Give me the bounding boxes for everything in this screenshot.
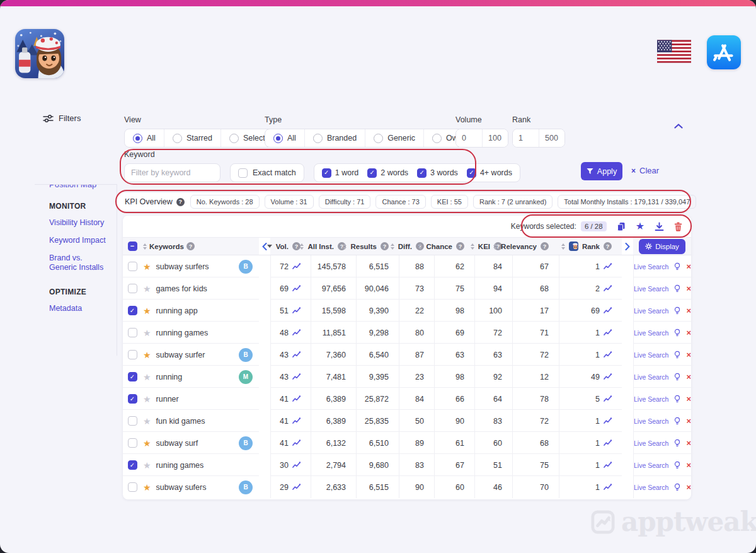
column-header-relevancy[interactable]: Relevancy? xyxy=(512,238,559,255)
lightbulb-icon[interactable] xyxy=(674,350,680,359)
clear-button[interactable]: × Clear xyxy=(631,166,659,175)
type-radio-option[interactable]: Generic xyxy=(365,129,423,147)
display-columns-button[interactable]: Display xyxy=(639,239,685,254)
star-icon[interactable]: ★ xyxy=(143,439,151,448)
star-icon[interactable]: ★ xyxy=(143,262,151,271)
column-header-rank[interactable]: Rank? xyxy=(559,238,622,255)
trend-chart-icon[interactable] xyxy=(604,307,612,314)
trend-chart-icon[interactable] xyxy=(292,351,301,358)
lightbulb-icon[interactable] xyxy=(674,306,680,315)
rank-min-input[interactable] xyxy=(513,129,539,147)
remove-keyword-icon[interactable]: × xyxy=(686,329,691,337)
row-checkbox[interactable] xyxy=(128,460,137,470)
remove-keyword-icon[interactable]: × xyxy=(686,306,691,315)
row-checkbox[interactable] xyxy=(128,438,137,448)
scroll-columns-right-chevron[interactable] xyxy=(622,238,633,255)
trend-chart-icon[interactable] xyxy=(292,484,301,491)
live-search-link[interactable]: Live Search xyxy=(634,439,668,447)
lightbulb-icon[interactable] xyxy=(674,328,680,337)
trend-chart-icon[interactable] xyxy=(292,462,301,469)
trend-chart-icon[interactable] xyxy=(604,417,612,424)
lightbulb-icon[interactable] xyxy=(674,394,680,404)
row-checkbox[interactable] xyxy=(128,306,137,315)
star-icon[interactable]: ★ xyxy=(143,284,151,293)
help-icon[interactable]: ? xyxy=(456,242,464,250)
lightbulb-icon[interactable] xyxy=(674,438,680,448)
row-checkbox[interactable] xyxy=(128,416,137,426)
live-search-link[interactable]: Live Search xyxy=(634,329,668,337)
star-icon[interactable]: ★ xyxy=(143,461,151,470)
trend-chart-icon[interactable] xyxy=(604,484,612,491)
keyword-search-input[interactable] xyxy=(124,163,220,182)
apply-button[interactable]: Apply xyxy=(581,162,622,180)
star-icon[interactable]: ★ xyxy=(143,417,151,426)
remove-keyword-icon[interactable]: × xyxy=(686,439,691,447)
trend-chart-icon[interactable] xyxy=(292,373,301,380)
star-icon[interactable]: ★ xyxy=(143,373,151,381)
lightbulb-icon[interactable] xyxy=(674,416,680,426)
live-search-link[interactable]: Live Search xyxy=(634,395,668,403)
column-header-chance[interactable]: Chance? xyxy=(434,238,474,255)
type-radio-option[interactable]: Branded xyxy=(304,129,365,147)
live-search-link[interactable]: Live Search xyxy=(634,484,668,491)
star-icon[interactable]: ★ xyxy=(143,351,151,359)
view-radio-option[interactable]: Starred xyxy=(164,129,220,147)
word-length-checkbox[interactable]: 3 words xyxy=(417,168,458,178)
remove-keyword-icon[interactable]: × xyxy=(686,483,691,491)
star-icon[interactable]: ★ xyxy=(143,329,151,337)
help-icon[interactable]: ? xyxy=(176,198,185,206)
column-header-all-inst[interactable]: All Inst.? xyxy=(311,238,356,255)
trend-chart-icon[interactable] xyxy=(292,285,301,292)
row-checkbox[interactable] xyxy=(128,482,137,492)
word-length-checkbox[interactable]: 4+ words xyxy=(467,168,512,178)
remove-keyword-icon[interactable]: × xyxy=(686,284,691,293)
remove-keyword-icon[interactable]: × xyxy=(686,351,691,359)
trend-chart-icon[interactable] xyxy=(292,263,301,270)
remove-keyword-icon[interactable]: × xyxy=(686,373,691,381)
trend-chart-icon[interactable] xyxy=(604,351,612,358)
star-selected-icon[interactable]: ★ xyxy=(636,221,644,231)
sidebar-item[interactable]: Metadata xyxy=(49,304,110,313)
row-checkbox[interactable] xyxy=(128,394,137,404)
app-store-icon[interactable] xyxy=(707,35,741,69)
row-checkbox[interactable] xyxy=(128,350,137,359)
volume-max-input[interactable] xyxy=(482,129,508,147)
live-search-link[interactable]: Live Search xyxy=(634,285,668,293)
live-search-link[interactable]: Live Search xyxy=(634,462,668,469)
view-radio-option[interactable]: All xyxy=(125,129,164,147)
trend-chart-icon[interactable] xyxy=(604,462,612,469)
column-header-keywords[interactable]: Keywords? xyxy=(142,238,259,255)
help-icon[interactable]: ? xyxy=(604,242,612,250)
row-checkbox[interactable] xyxy=(128,284,137,293)
trend-chart-icon[interactable] xyxy=(604,395,612,402)
help-icon[interactable]: ? xyxy=(381,242,389,250)
type-radio-option[interactable]: All xyxy=(265,129,304,147)
sidebar-item-position-map[interactable]: Position Map xyxy=(49,185,110,190)
trend-chart-icon[interactable] xyxy=(292,439,301,446)
row-checkbox[interactable] xyxy=(128,372,137,381)
live-search-link[interactable]: Live Search xyxy=(634,373,668,381)
exact-match-checkbox[interactable]: Exact match xyxy=(230,163,304,182)
word-length-checkbox[interactable]: 2 words xyxy=(367,168,408,178)
volume-min-input[interactable] xyxy=(456,129,482,147)
star-icon[interactable]: ★ xyxy=(143,483,151,492)
trend-chart-icon[interactable] xyxy=(604,263,612,270)
help-icon[interactable]: ? xyxy=(541,242,549,250)
trend-chart-icon[interactable] xyxy=(292,417,301,424)
collapse-filters-chevron-icon[interactable] xyxy=(674,120,683,131)
trend-chart-icon[interactable] xyxy=(604,439,612,446)
word-length-checkbox[interactable]: 1 word xyxy=(322,168,359,178)
rank-max-input[interactable] xyxy=(539,129,564,147)
filters-header[interactable]: Filters xyxy=(43,114,81,123)
column-header-vol[interactable]: Vol.? xyxy=(270,238,311,255)
trend-chart-icon[interactable] xyxy=(604,329,612,336)
trend-chart-icon[interactable] xyxy=(292,307,301,314)
sidebar-item[interactable]: Visibility History xyxy=(49,218,110,228)
help-icon[interactable]: ? xyxy=(186,242,195,250)
copy-icon[interactable] xyxy=(617,222,626,231)
download-icon[interactable] xyxy=(655,222,664,231)
row-checkbox[interactable] xyxy=(128,328,137,337)
remove-keyword-icon[interactable]: × xyxy=(686,417,691,425)
live-search-link[interactable]: Live Search xyxy=(634,417,668,425)
sidebar-item[interactable]: Brand vs. Generic Installs xyxy=(49,253,110,272)
